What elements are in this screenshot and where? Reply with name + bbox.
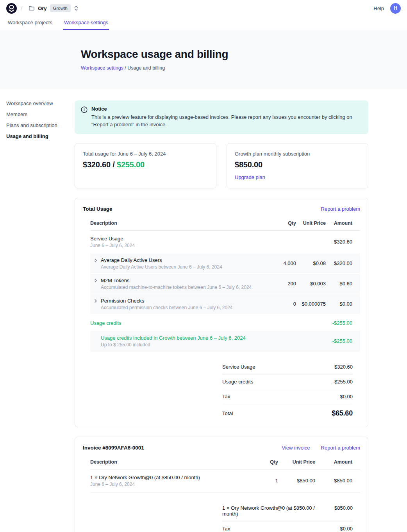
invoice-panel-header: Invoice #8099AFA6-0001 View invoice Repo… (83, 445, 360, 451)
usage-credits-detail-row: Usage credits included in Growth between… (90, 331, 360, 352)
service-usage-title: Service Usage (90, 236, 271, 242)
settings-sidebar: Workspace overview Members Plans and sub… (0, 89, 75, 144)
breadcrumb: Workspace settings / Usage and billing (81, 65, 407, 71)
report-problem-link-usage[interactable]: Report a problem (321, 206, 360, 212)
breadcrumb-workspace-settings-link[interactable]: Workspace settings (81, 65, 123, 71)
breadcrumb-separator: / (123, 65, 127, 71)
line-item-unit-price: $0.000075 (296, 301, 326, 307)
total-usage-panel: Total Usage Report a problem Description… (75, 198, 368, 427)
invoice-table: Description Qty Unit Price Amount 1 × Or… (90, 456, 360, 493)
summary-value: $320.60 (334, 364, 353, 370)
usage-separator: / (111, 160, 117, 169)
summary-value: $850.00 (334, 505, 353, 511)
help-link[interactable]: Help (373, 5, 384, 11)
invoice-summary: 1 × Ory Network Growth@0 (at $850.00 / m… (222, 501, 353, 532)
invoice-table-header: Description Qty Unit Price Amount (90, 456, 360, 469)
invoice-item-title: 1 × Ory Network Growth@0 (at $850.00 / m… (90, 475, 256, 480)
workspace-name: Ory (38, 5, 46, 11)
notice-banner: Notice This is a preview feature for dis… (75, 100, 368, 134)
invoice-item-qty: 1 (256, 478, 278, 484)
plan-badge: Growth (50, 4, 71, 12)
line-item-title: M2M Tokens (101, 278, 252, 283)
usage-line-item: M2M Tokens Accumulated machine-to-machin… (90, 274, 360, 294)
service-usage-period: June 6 – July 6, 2024 (90, 243, 271, 248)
expand-chevron-icon[interactable] (90, 278, 101, 283)
summary-row: Tax $0.00 (222, 521, 353, 532)
summary-row: Tax $0.00 (222, 389, 353, 404)
sidebar-item-usage-and-billing[interactable]: Usage and billing (6, 133, 75, 140)
page-header: Workspace usage and billing Workspace se… (0, 30, 407, 89)
upgrade-plan-link[interactable]: Upgrade plan (235, 174, 265, 180)
page-title: Workspace usage and billing (81, 48, 407, 61)
topbar-right: Help H (373, 3, 401, 14)
credit-detail-title: Usage credits included in Growth between… (101, 335, 271, 341)
summary-value: $0.00 (340, 394, 353, 399)
usage-credits-title: Usage credits (90, 320, 271, 326)
sidebar-item-plans-and-subscription[interactable]: Plans and subscription (6, 122, 75, 129)
folder-icon (29, 5, 35, 11)
usage-credits-amount: -$255.00 (326, 320, 360, 326)
usage-table: Description Qty Unit Price Amount Servic… (90, 217, 360, 352)
plan-card-price: $850.00 (235, 160, 360, 169)
line-item-qty: 200 (271, 281, 296, 287)
avatar[interactable]: H (390, 3, 401, 14)
summary-label: Tax (222, 394, 235, 399)
line-item-amount: $320.00 (326, 260, 360, 266)
expand-chevron-icon[interactable] (90, 298, 101, 303)
line-item-amount: $0.60 (326, 281, 360, 287)
line-item-title: Average Daily Active Users (101, 257, 222, 263)
col-unit-price: Unit Price (296, 220, 326, 226)
tab-workspace-settings[interactable]: Workspace settings (63, 16, 109, 30)
col-amount: Amount (315, 459, 360, 465)
line-item-subtitle: Average Daily Active Users between June … (101, 264, 222, 270)
credit-detail-amount: -$255.00 (326, 338, 360, 344)
col-amount: Amount (326, 220, 360, 226)
workspace-switcher[interactable]: Ory Growth (26, 3, 80, 14)
summary-label: Usage credits (222, 379, 258, 385)
workspace-tabs: Workspace projects Workspace settings (0, 16, 407, 30)
line-item-subtitle: Accumulated machine-to-machine tokens be… (101, 285, 252, 290)
topbar-separator: / (21, 5, 22, 12)
tab-workspace-projects[interactable]: Workspace projects (7, 16, 53, 30)
invoice-panel: Invoice #8099AFA6-0001 View invoice Repo… (75, 437, 368, 532)
usage-amount: $320.60 (83, 160, 111, 169)
col-description: Description (90, 220, 271, 226)
total-usage-card-value: $320.60 / $255.00 (83, 160, 208, 169)
sidebar-item-members[interactable]: Members (6, 111, 75, 118)
notice-text: Notice This is a preview feature for dis… (91, 106, 361, 129)
line-item-qty: 0 (271, 301, 296, 307)
service-usage-amount: $320.60 (326, 239, 360, 245)
main-content: Notice This is a preview feature for dis… (75, 89, 368, 532)
report-problem-link-invoice[interactable]: Report a problem (321, 445, 360, 451)
sidebar-item-workspace-overview[interactable]: Workspace overview (6, 100, 75, 107)
usage-line-item: Average Daily Active Users Average Daily… (90, 254, 360, 273)
col-qty: Qty (271, 220, 296, 226)
service-usage-desc: Service Usage June 6 – July 6, 2024 (90, 236, 271, 248)
plan-card-label: Growth plan monthly subscription (235, 151, 360, 157)
topbar-left: / Ory Growth (6, 3, 81, 14)
total-usage-card-label: Total usage for June 6 – July 6, 2024 (83, 151, 208, 157)
col-description: Description (90, 459, 256, 465)
line-item-qty: 4,000 (271, 260, 296, 266)
col-qty: Qty (256, 459, 278, 465)
summary-row: Service Usage $320.60 (222, 360, 353, 374)
breadcrumb-current: Usage and billing (127, 65, 165, 71)
invoice-links: View invoice Report a problem (282, 445, 360, 451)
invoice-line-item: 1 × Ory Network Growth@0 (at $850.00 / m… (90, 469, 360, 493)
total-value: $65.60 (332, 409, 353, 417)
usage-line-item: Permission Checks Accumulated permission… (90, 294, 360, 314)
notice-body: This is a preview feature for displaying… (91, 114, 361, 129)
service-usage-row: Service Usage June 6 – July 6, 2024 $320… (90, 231, 360, 254)
summary-total-row: Total $65.60 (222, 404, 353, 417)
usage-table-header: Description Qty Unit Price Amount (90, 217, 360, 231)
summary-cards: Total usage for June 6 – July 6, 2024 $3… (75, 143, 368, 188)
view-invoice-link[interactable]: View invoice (282, 445, 310, 451)
usage-credit-amount: $255.00 (117, 160, 145, 169)
summary-row: Usage credits -$255.00 (222, 374, 353, 389)
plan-card: Growth plan monthly subscription $850.00… (227, 143, 368, 188)
invoice-item-amount: $850.00 (315, 478, 360, 484)
unfold-chevrons-icon (74, 5, 79, 11)
ory-logo-icon[interactable] (6, 3, 17, 14)
expand-chevron-icon[interactable] (90, 257, 101, 263)
invoice-item-period: June 6 – July 6, 2024 (90, 482, 256, 487)
